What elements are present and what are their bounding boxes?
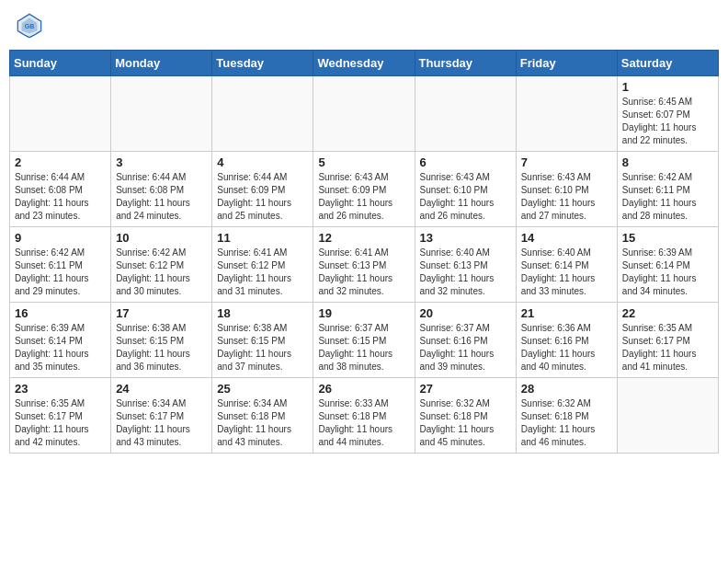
day-info: Sunrise: 6:44 AM Sunset: 6:09 PM Dayligh… [217,171,308,223]
logo: GB [17,13,46,39]
day-info: Sunrise: 6:42 AM Sunset: 6:12 PM Dayligh… [116,247,207,298]
day-number: 5 [318,155,409,169]
calendar-cell: 2Sunrise: 6:44 AM Sunset: 6:08 PM Daylig… [10,152,111,227]
calendar-cell: 22Sunrise: 6:35 AM Sunset: 6:17 PM Dayli… [617,303,718,378]
day-info: Sunrise: 6:43 AM Sunset: 6:09 PM Dayligh… [318,171,409,223]
calendar-cell: 21Sunrise: 6:36 AM Sunset: 6:16 PM Dayli… [516,303,617,378]
calendar-cell: 12Sunrise: 6:41 AM Sunset: 6:13 PM Dayli… [313,227,415,303]
calendar-table: SundayMondayTuesdayWednesdayThursdayFrid… [9,50,719,454]
calendar-cell: 18Sunrise: 6:38 AM Sunset: 6:15 PM Dayli… [212,303,313,378]
calendar-cell [617,378,718,454]
day-number: 3 [116,155,207,169]
day-number: 4 [217,155,308,169]
calendar-cell: 11Sunrise: 6:41 AM Sunset: 6:12 PM Dayli… [212,227,313,303]
calendar-cell: 28Sunrise: 6:32 AM Sunset: 6:18 PM Dayli… [516,378,617,454]
day-info: Sunrise: 6:34 AM Sunset: 6:18 PM Dayligh… [217,397,308,449]
day-info: Sunrise: 6:34 AM Sunset: 6:17 PM Dayligh… [116,397,207,449]
header-day-saturday: Saturday [617,51,718,76]
day-number: 11 [217,231,308,245]
calendar-cell: 16Sunrise: 6:39 AM Sunset: 6:14 PM Dayli… [10,303,111,378]
day-number: 25 [217,382,308,396]
calendar-cell [313,76,415,152]
day-number: 2 [15,155,106,169]
day-info: Sunrise: 6:39 AM Sunset: 6:14 PM Dayligh… [622,247,713,298]
calendar-cell: 8Sunrise: 6:42 AM Sunset: 6:11 PM Daylig… [617,152,718,227]
day-info: Sunrise: 6:41 AM Sunset: 6:13 PM Dayligh… [318,247,409,298]
day-number: 13 [420,231,511,245]
day-info: Sunrise: 6:40 AM Sunset: 6:14 PM Dayligh… [521,247,612,298]
calendar-cell: 15Sunrise: 6:39 AM Sunset: 6:14 PM Dayli… [617,227,718,303]
calendar-cell: 24Sunrise: 6:34 AM Sunset: 6:17 PM Dayli… [111,378,212,454]
day-number: 18 [217,306,308,320]
day-info: Sunrise: 6:38 AM Sunset: 6:15 PM Dayligh… [217,322,308,373]
calendar-cell: 14Sunrise: 6:40 AM Sunset: 6:14 PM Dayli… [516,227,617,303]
day-info: Sunrise: 6:32 AM Sunset: 6:18 PM Dayligh… [420,397,511,449]
day-number: 21 [521,306,612,320]
day-number: 23 [15,382,106,396]
calendar-week-4: 16Sunrise: 6:39 AM Sunset: 6:14 PM Dayli… [10,303,719,378]
header-day-thursday: Thursday [415,51,516,76]
header-day-wednesday: Wednesday [313,51,415,76]
day-info: Sunrise: 6:35 AM Sunset: 6:17 PM Dayligh… [622,322,713,373]
day-info: Sunrise: 6:38 AM Sunset: 6:15 PM Dayligh… [116,322,207,373]
day-number: 22 [622,306,713,320]
day-info: Sunrise: 6:33 AM Sunset: 6:18 PM Dayligh… [318,397,409,449]
calendar-cell: 13Sunrise: 6:40 AM Sunset: 6:13 PM Dayli… [415,227,516,303]
calendar-cell: 27Sunrise: 6:32 AM Sunset: 6:18 PM Dayli… [415,378,516,454]
day-info: Sunrise: 6:45 AM Sunset: 6:07 PM Dayligh… [622,96,713,147]
day-number: 14 [521,231,612,245]
calendar-cell [212,76,313,152]
calendar-cell: 23Sunrise: 6:35 AM Sunset: 6:17 PM Dayli… [10,378,111,454]
day-info: Sunrise: 6:35 AM Sunset: 6:17 PM Dayligh… [15,397,106,449]
header-row: SundayMondayTuesdayWednesdayThursdayFrid… [10,51,719,76]
calendar-week-1: 1Sunrise: 6:45 AM Sunset: 6:07 PM Daylig… [10,76,719,152]
svg-text:GB: GB [25,23,35,29]
calendar-cell: 20Sunrise: 6:37 AM Sunset: 6:16 PM Dayli… [415,303,516,378]
day-number: 19 [318,306,409,320]
page-header: GB [9,9,719,42]
calendar-cell: 4Sunrise: 6:44 AM Sunset: 6:09 PM Daylig… [212,152,313,227]
calendar-cell: 5Sunrise: 6:43 AM Sunset: 6:09 PM Daylig… [313,152,415,227]
day-info: Sunrise: 6:44 AM Sunset: 6:08 PM Dayligh… [15,171,106,223]
day-number: 9 [15,231,106,245]
day-number: 20 [420,306,511,320]
day-number: 15 [622,231,713,245]
day-info: Sunrise: 6:43 AM Sunset: 6:10 PM Dayligh… [420,171,511,223]
day-number: 6 [420,155,511,169]
day-info: Sunrise: 6:37 AM Sunset: 6:16 PM Dayligh… [420,322,511,373]
day-info: Sunrise: 6:42 AM Sunset: 6:11 PM Dayligh… [622,171,713,223]
header-day-friday: Friday [516,51,617,76]
calendar-cell: 25Sunrise: 6:34 AM Sunset: 6:18 PM Dayli… [212,378,313,454]
day-number: 10 [116,231,207,245]
day-info: Sunrise: 6:43 AM Sunset: 6:10 PM Dayligh… [521,171,612,223]
day-info: Sunrise: 6:41 AM Sunset: 6:12 PM Dayligh… [217,247,308,298]
day-info: Sunrise: 6:42 AM Sunset: 6:11 PM Dayligh… [15,247,106,298]
day-info: Sunrise: 6:36 AM Sunset: 6:16 PM Dayligh… [521,322,612,373]
calendar-cell: 17Sunrise: 6:38 AM Sunset: 6:15 PM Dayli… [111,303,212,378]
calendar-week-5: 23Sunrise: 6:35 AM Sunset: 6:17 PM Dayli… [10,378,719,454]
day-number: 26 [318,382,409,396]
day-number: 7 [521,155,612,169]
day-number: 12 [318,231,409,245]
header-day-monday: Monday [111,51,212,76]
header-day-sunday: Sunday [10,51,111,76]
calendar-cell: 9Sunrise: 6:42 AM Sunset: 6:11 PM Daylig… [10,227,111,303]
calendar-week-3: 9Sunrise: 6:42 AM Sunset: 6:11 PM Daylig… [10,227,719,303]
calendar-cell [10,76,111,152]
calendar-cell: 6Sunrise: 6:43 AM Sunset: 6:10 PM Daylig… [415,152,516,227]
calendar-cell: 1Sunrise: 6:45 AM Sunset: 6:07 PM Daylig… [617,76,718,152]
day-number: 8 [622,155,713,169]
header-day-tuesday: Tuesday [212,51,313,76]
day-info: Sunrise: 6:39 AM Sunset: 6:14 PM Dayligh… [15,322,106,373]
day-number: 16 [15,306,106,320]
day-info: Sunrise: 6:40 AM Sunset: 6:13 PM Dayligh… [420,247,511,298]
calendar-cell [415,76,516,152]
calendar-header: SundayMondayTuesdayWednesdayThursdayFrid… [10,51,719,76]
calendar-body: 1Sunrise: 6:45 AM Sunset: 6:07 PM Daylig… [10,76,719,454]
day-number: 24 [116,382,207,396]
calendar-week-2: 2Sunrise: 6:44 AM Sunset: 6:08 PM Daylig… [10,152,719,227]
calendar-cell: 26Sunrise: 6:33 AM Sunset: 6:18 PM Dayli… [313,378,415,454]
calendar-cell [516,76,617,152]
calendar-cell: 7Sunrise: 6:43 AM Sunset: 6:10 PM Daylig… [516,152,617,227]
calendar-cell [111,76,212,152]
